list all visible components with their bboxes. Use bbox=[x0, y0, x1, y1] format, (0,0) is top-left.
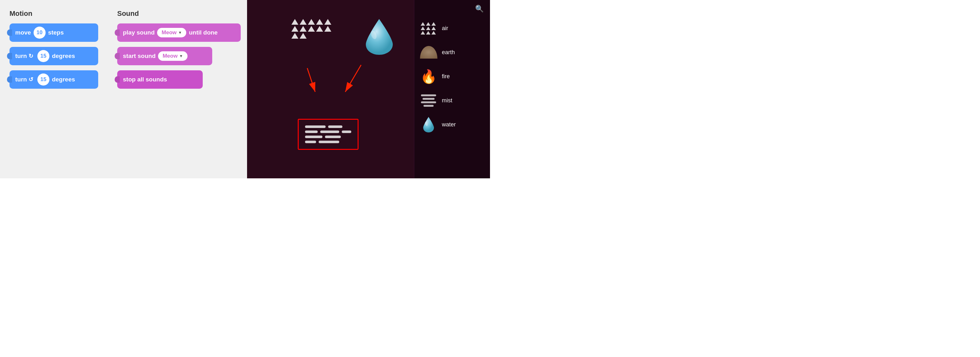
mist-sprite-canvas bbox=[298, 119, 358, 150]
mist-row-1 bbox=[305, 126, 351, 128]
mist-line-2b bbox=[320, 131, 339, 133]
turn-cw-block[interactable]: turn ↻ 15 degrees bbox=[10, 47, 98, 65]
tri-6 bbox=[291, 26, 298, 32]
mist-line-3a bbox=[305, 135, 323, 138]
tri-2 bbox=[300, 19, 307, 25]
sprite-item-earth[interactable]: earth bbox=[414, 40, 490, 64]
sprite-item-mist[interactable]: mist bbox=[414, 88, 490, 112]
mini-tri-7 bbox=[421, 31, 425, 35]
tri-1 bbox=[291, 19, 298, 25]
sound-blocks: play sound Meow ▼ until done start sound… bbox=[117, 24, 241, 89]
play-sound-dropdown-arrow: ▼ bbox=[178, 30, 182, 35]
turn-cw-degrees-value[interactable]: 15 bbox=[37, 50, 49, 62]
sprite-search-bar: 🔍 bbox=[414, 3, 490, 16]
water-sprite-canvas bbox=[364, 18, 395, 57]
motion-title: Motion bbox=[10, 10, 98, 18]
play-sound-dropdown-value: Meow bbox=[162, 29, 177, 36]
mist-line-2c bbox=[342, 131, 351, 133]
move-steps-value[interactable]: 10 bbox=[33, 27, 46, 39]
air-mini-grid bbox=[421, 22, 436, 35]
start-sound-dropdown[interactable]: Meow ▼ bbox=[158, 51, 187, 61]
turn-ccw-degrees-label: degrees bbox=[52, 76, 75, 83]
stop-all-sounds-block[interactable]: stop all sounds bbox=[117, 70, 203, 89]
sprite-item-air[interactable]: air bbox=[414, 16, 490, 40]
mist-spr-line-3 bbox=[421, 101, 436, 103]
play-sound-label: play sound bbox=[123, 29, 154, 36]
water-sprite-svg bbox=[423, 116, 434, 133]
air-sprite-thumb bbox=[419, 19, 438, 38]
turn-cw-label: turn bbox=[15, 53, 27, 59]
mist-lines-group bbox=[305, 126, 351, 143]
turn-cw-degrees-label: degrees bbox=[52, 53, 75, 59]
arrow-water bbox=[345, 65, 361, 92]
mist-spr-line-1 bbox=[421, 94, 436, 96]
mist-line-1b bbox=[328, 126, 342, 128]
turn-ccw-label: turn bbox=[15, 76, 27, 83]
mini-tri-6 bbox=[431, 27, 436, 30]
steps-label: steps bbox=[48, 29, 64, 36]
mist-spr-line-4 bbox=[423, 105, 434, 107]
start-sound-block[interactable]: start sound Meow ▼ bbox=[117, 47, 212, 65]
mini-tri-2 bbox=[426, 22, 430, 26]
mini-tri-9 bbox=[431, 31, 436, 35]
mist-spr-line-2 bbox=[423, 98, 434, 100]
turn-ccw-block[interactable]: turn ↺ 15 degrees bbox=[10, 70, 98, 89]
mist-row-3 bbox=[305, 135, 351, 138]
mist-line-2a bbox=[305, 131, 318, 133]
mist-row-4 bbox=[305, 141, 351, 143]
earth-mound-shape bbox=[420, 46, 438, 59]
sprite-item-water[interactable]: water bbox=[414, 112, 490, 137]
start-sound-dropdown-value: Meow bbox=[162, 53, 177, 59]
move-label: move bbox=[15, 29, 31, 36]
mini-tri-3 bbox=[431, 22, 436, 26]
fire-sprite-thumb: 🔥 bbox=[419, 67, 438, 86]
play-sound-dropdown[interactable]: Meow ▼ bbox=[157, 28, 186, 37]
tri-4 bbox=[316, 19, 323, 25]
play-sound-block[interactable]: play sound Meow ▼ until done bbox=[117, 24, 241, 42]
until-done-label: until done bbox=[189, 29, 218, 36]
mist-line-3b bbox=[325, 135, 341, 138]
mini-tri-4 bbox=[421, 27, 425, 30]
mist-line-1a bbox=[305, 126, 326, 128]
tri-7 bbox=[300, 26, 307, 32]
mist-sprite-lines bbox=[421, 94, 436, 107]
right-panel: 🔍 air bbox=[247, 0, 490, 178]
sprite-name-earth: earth bbox=[442, 49, 455, 56]
mini-tri-5 bbox=[426, 27, 430, 30]
mist-line-4a bbox=[305, 141, 316, 143]
sprite-item-fire[interactable]: 🔥 fire bbox=[414, 64, 490, 88]
start-sound-label: start sound bbox=[123, 53, 156, 59]
sound-section: Sound play sound Meow ▼ until done start… bbox=[117, 10, 241, 172]
arrow-air bbox=[307, 68, 315, 92]
left-panel: Motion move 10 steps turn ↻ 15 degrees t… bbox=[0, 0, 247, 178]
turn-cw-icon: ↻ bbox=[29, 53, 33, 59]
water-sprite-thumb bbox=[419, 115, 438, 134]
tri-10 bbox=[325, 26, 331, 32]
fire-emoji-icon: 🔥 bbox=[420, 69, 437, 84]
tri-9 bbox=[316, 26, 323, 32]
air-sprite-canvas bbox=[291, 19, 332, 39]
sound-title: Sound bbox=[117, 10, 241, 18]
mist-line-4b bbox=[319, 141, 339, 143]
turn-ccw-degrees-value[interactable]: 15 bbox=[37, 73, 49, 86]
sprite-name-mist: mist bbox=[442, 97, 452, 104]
sprite-name-fire: fire bbox=[442, 73, 450, 80]
tri-5 bbox=[325, 19, 331, 25]
stop-all-sounds-label: stop all sounds bbox=[123, 76, 167, 83]
motion-section: Motion move 10 steps turn ↻ 15 degrees t… bbox=[10, 10, 98, 172]
tri-8 bbox=[308, 26, 315, 32]
search-icon[interactable]: 🔍 bbox=[475, 5, 484, 13]
mini-tri-8 bbox=[426, 31, 430, 35]
tri-11 bbox=[291, 33, 298, 39]
motion-blocks: move 10 steps turn ↻ 15 degrees turn ↺ 1… bbox=[10, 24, 98, 89]
move-block[interactable]: move 10 steps bbox=[10, 24, 98, 42]
tri-12 bbox=[300, 33, 307, 39]
tri-3 bbox=[308, 19, 315, 25]
mini-tri-1 bbox=[421, 22, 425, 26]
canvas-area bbox=[247, 0, 414, 178]
mist-row-2 bbox=[305, 131, 351, 133]
start-sound-dropdown-arrow: ▼ bbox=[179, 54, 183, 58]
water-drop-svg bbox=[364, 18, 395, 56]
turn-ccw-icon: ↺ bbox=[29, 76, 33, 83]
earth-sprite-thumb bbox=[419, 43, 438, 62]
